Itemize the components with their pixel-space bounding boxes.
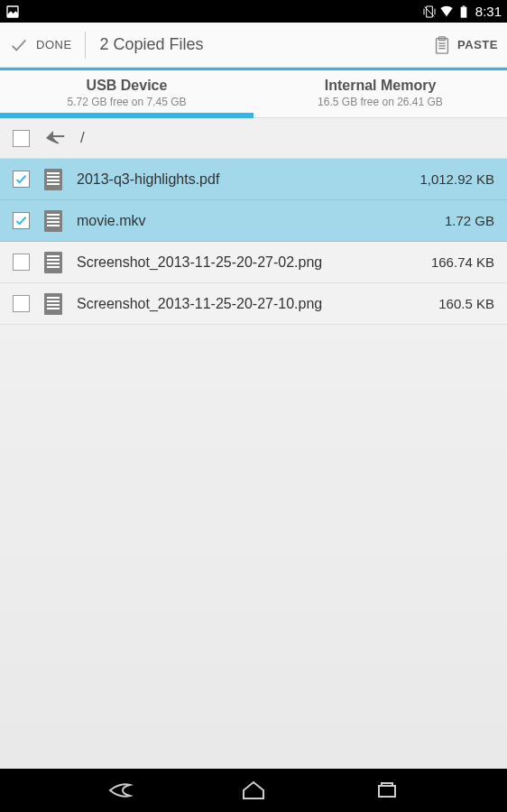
svg-rect-24 [47, 297, 60, 299]
svg-rect-22 [47, 266, 60, 268]
svg-rect-12 [47, 183, 60, 185]
list-item[interactable]: Screenshot_2013-11-25-20-27-02.png 166.7… [0, 242, 507, 283]
svg-rect-26 [47, 304, 60, 306]
svg-rect-14 [47, 214, 60, 216]
list-item[interactable]: 2013-q3-highlights.pdf 1,012.92 KB [0, 159, 507, 200]
file-size: 1.72 GB [445, 213, 494, 228]
tab-internal[interactable]: Internal Memory 16.5 GB free on 26.41 GB [254, 70, 507, 118]
file-icon [44, 293, 62, 315]
svg-rect-15 [47, 217, 60, 219]
tab-usb[interactable]: USB Device 5.72 GB free on 7.45 GB [0, 70, 254, 118]
done-button[interactable]: DONE [9, 32, 86, 59]
tabs: USB Device 5.72 GB free on 7.45 GB Inter… [0, 70, 507, 118]
file-icon [44, 252, 62, 273]
tab-indicator [0, 113, 254, 118]
path-bar: / [0, 118, 507, 159]
home-icon[interactable] [240, 779, 267, 802]
select-all-checkbox[interactable] [13, 130, 30, 147]
image-icon [5, 5, 20, 19]
back-icon[interactable] [106, 779, 134, 802]
vibrate-icon [422, 5, 437, 19]
file-icon [44, 169, 62, 190]
up-arrow-icon[interactable] [44, 129, 66, 147]
svg-rect-17 [47, 225, 60, 226]
svg-rect-11 [47, 180, 60, 181]
paste-button[interactable]: PASTE [432, 34, 498, 56]
check-icon [9, 35, 29, 55]
svg-rect-20 [47, 259, 60, 261]
svg-rect-9 [47, 172, 60, 174]
action-title: 2 Copied Files [100, 35, 433, 54]
file-icon [44, 210, 62, 232]
nav-bar [0, 769, 507, 812]
clipboard-icon [432, 34, 452, 56]
file-name: Screenshot_2013-11-25-20-27-02.png [77, 254, 417, 271]
svg-rect-21 [47, 263, 60, 264]
tab-title: Internal Memory [254, 78, 507, 94]
file-name: movie.mkv [77, 213, 430, 229]
file-name: Screenshot_2013-11-25-20-27-10.png [77, 296, 424, 312]
file-checkbox[interactable] [13, 212, 30, 229]
tab-title: USB Device [0, 78, 254, 94]
tab-subtitle: 5.72 GB free on 7.45 GB [0, 96, 254, 108]
svg-rect-10 [47, 176, 60, 178]
file-name: 2013-q3-highlights.pdf [77, 171, 405, 188]
wifi-icon [439, 5, 454, 19]
list-item[interactable]: Screenshot_2013-11-25-20-27-10.png 160.5… [0, 283, 507, 325]
svg-rect-16 [47, 221, 60, 223]
file-checkbox[interactable] [13, 254, 30, 271]
svg-rect-27 [47, 308, 60, 309]
list-item[interactable]: movie.mkv 1.72 GB [0, 200, 507, 242]
status-time: 8:31 [475, 4, 502, 19]
svg-rect-1 [460, 6, 466, 17]
file-size: 160.5 KB [438, 296, 494, 311]
svg-rect-25 [47, 300, 60, 302]
done-label: DONE [36, 38, 72, 51]
tab-subtitle: 16.5 GB free on 26.41 GB [254, 96, 507, 108]
file-checkbox[interactable] [13, 171, 30, 188]
file-list: 2013-q3-highlights.pdf 1,012.92 KB movie… [0, 159, 507, 769]
recents-icon[interactable] [373, 779, 401, 802]
file-checkbox[interactable] [13, 295, 30, 312]
file-size: 1,012.92 KB [419, 171, 494, 187]
paste-label: PASTE [457, 38, 498, 51]
action-bar: DONE 2 Copied Files PASTE [0, 23, 507, 68]
status-bar: 8:31 [0, 0, 507, 23]
path-text: / [80, 129, 85, 147]
file-size: 166.74 KB [431, 254, 494, 270]
svg-rect-29 [382, 783, 392, 786]
svg-rect-28 [379, 786, 395, 797]
svg-rect-2 [462, 5, 465, 6]
svg-rect-19 [47, 255, 60, 257]
battery-icon [456, 5, 471, 19]
